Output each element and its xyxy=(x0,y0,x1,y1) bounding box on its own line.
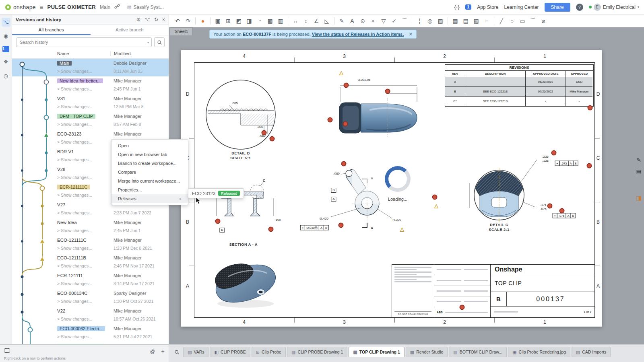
dimension-icon[interactable]: ↔ xyxy=(291,16,300,26)
doc-tab-vars[interactable]: ▤VARs xyxy=(183,347,208,357)
show-changes-link[interactable]: > Show changes... xyxy=(57,140,92,144)
search-input[interactable] xyxy=(19,39,147,45)
detail-view-icon[interactable]: ◔ xyxy=(255,16,264,26)
refresh-icon[interactable]: ↻ xyxy=(154,17,158,23)
tab-search-button[interactable] xyxy=(171,347,182,357)
show-changes-link[interactable]: > Show changes... xyxy=(57,263,92,268)
center-mark-icon[interactable]: ◎ xyxy=(425,16,435,26)
main-menu-icon[interactable]: ≡ xyxy=(40,4,43,10)
hatch-icon[interactable]: ▨ xyxy=(436,16,445,26)
sheet-tab[interactable]: Sheet1 xyxy=(170,27,193,35)
show-changes-link[interactable]: > Show changes... xyxy=(57,193,92,197)
follow-mode-icon[interactable]: ◉ xyxy=(2,32,10,41)
comment-icon[interactable] xyxy=(4,348,10,353)
doc-tab-clip-probe-rendering-jpg[interactable]: ▣Clip Probe Rendering.jpg xyxy=(508,347,570,357)
workspace-label[interactable]: Main xyxy=(100,4,110,10)
centerline-icon[interactable]: ¦ xyxy=(415,16,424,26)
version-row[interactable]: V31> Show changes...Mike Manager12:56 PM… xyxy=(12,94,169,112)
sketch-line-icon[interactable]: ╱ xyxy=(497,16,506,26)
comments-icon[interactable]: 1 xyxy=(2,46,9,52)
show-changes-link[interactable]: > Show changes... xyxy=(57,246,92,251)
section-view-icon[interactable]: ◨ xyxy=(244,16,254,26)
show-changes-link[interactable]: > Show changes... xyxy=(57,157,92,162)
search-button[interactable] xyxy=(154,37,165,47)
release-marker-icon[interactable] xyxy=(344,83,349,88)
measure-icon[interactable]: ⌀ xyxy=(539,16,548,26)
note-icon[interactable]: ✎ xyxy=(337,16,347,26)
add-tab-icon[interactable]: + xyxy=(161,348,165,354)
doc-tab-cad-imports[interactable]: ▤CAD Imports xyxy=(572,347,611,357)
display-options-icon[interactable]: ▤ xyxy=(635,167,643,175)
release-marker-icon[interactable] xyxy=(215,219,221,224)
angular-dimension-icon[interactable]: ∠ xyxy=(312,16,321,26)
custom-features-icon[interactable]: ❖ xyxy=(2,58,10,66)
context-menu-item-open-in-new-browser-tab[interactable]: Open in new browser tab xyxy=(111,150,188,159)
linked-document-tab[interactable]: ▤ Sassify Syst... xyxy=(124,3,167,11)
datum-icon[interactable]: ▽ xyxy=(379,16,388,26)
auxiliary-view-icon[interactable]: ◩ xyxy=(234,16,244,26)
doc-tab-render-studio[interactable]: ▦Render Studio xyxy=(406,347,448,357)
show-changes-link[interactable]: > Show changes... xyxy=(57,86,92,91)
sketch-arc-icon[interactable]: ⌒ xyxy=(528,16,538,26)
notification-badge[interactable]: 1 xyxy=(465,4,472,10)
text-icon[interactable]: A xyxy=(347,16,357,26)
release-marker-icon[interactable] xyxy=(268,227,274,232)
release-marker-icon[interactable] xyxy=(341,161,347,167)
doc-tab-clip-probe[interactable]: ◧CLIP PROBE xyxy=(210,347,250,357)
version-row[interactable]: ECO-000134C> Show changes...Sparky Desig… xyxy=(12,289,169,306)
user-menu[interactable]: E Emily Electrical ▾ xyxy=(589,4,639,11)
create-version-icon[interactable]: ⊕ xyxy=(136,17,140,23)
version-row[interactable]: New Idea> Show changes...Mike Manager2:4… xyxy=(12,218,169,236)
release-marker-icon[interactable] xyxy=(547,204,553,209)
context-menu-item-branch-to-create-workspace[interactable]: Branch to create workspace... xyxy=(111,159,188,168)
release-marker-icon[interactable] xyxy=(343,121,348,127)
show-changes-link[interactable]: > Show changes... xyxy=(57,317,92,321)
undo-icon[interactable]: ↶ xyxy=(173,16,182,26)
doc-tab-top-clip-drawing-1[interactable]: ▥TOP CLIP Drawing 1 xyxy=(349,347,404,357)
crop-view-icon[interactable]: ▩ xyxy=(265,16,275,26)
banner-releases-link[interactable]: View the status of Releases in Action it… xyxy=(312,32,404,37)
release-marker-icon[interactable] xyxy=(339,223,344,228)
tab-active-branch[interactable]: Active branch xyxy=(91,25,169,35)
broken-view-icon[interactable]: ▥ xyxy=(276,16,285,26)
mention-icon[interactable]: @ xyxy=(150,349,155,354)
surface-finish-icon[interactable]: ✓ xyxy=(389,16,399,26)
show-changes-link[interactable]: > Show changes... xyxy=(57,175,92,180)
release-marker-icon[interactable] xyxy=(432,195,438,200)
versions-panel-icon[interactable]: ⌥ xyxy=(2,18,10,27)
context-menu-item-releases[interactable]: Releases▸ xyxy=(111,194,188,203)
release-marker-icon[interactable]: ● xyxy=(198,16,208,26)
show-changes-link[interactable]: > Show changes... xyxy=(57,104,92,109)
create-branch-icon[interactable]: ⌥ xyxy=(144,17,150,23)
chamfer-dimension-icon[interactable]: ◺ xyxy=(322,16,332,26)
release-marker-icon[interactable] xyxy=(262,130,267,136)
release-marker-icon[interactable] xyxy=(385,89,390,94)
sketch-rectangle-icon[interactable]: ▭ xyxy=(518,16,527,26)
context-menu-item-compare[interactable]: Compare xyxy=(111,168,188,177)
bom-table-icon[interactable]: ≡ xyxy=(482,16,491,26)
appearance-icon[interactable]: ◨ xyxy=(635,194,643,202)
weld-symbol-icon[interactable]: ⌒ xyxy=(400,16,409,26)
history-icon[interactable]: ◷ xyxy=(2,72,10,80)
context-menu-item-merge-into-current-workspace[interactable]: Merge into current workspace... xyxy=(111,177,188,185)
hole-table-icon[interactable]: ▤ xyxy=(461,16,471,26)
show-changes-link[interactable]: > Show changes... xyxy=(57,334,92,339)
link-icon[interactable] xyxy=(114,4,120,10)
version-row[interactable]: New Idea for better...> Show changes...M… xyxy=(12,76,169,94)
version-row[interactable]: ECO-121111C> Show changes...Mike Manager… xyxy=(12,236,169,253)
show-changes-link[interactable]: > Show changes... xyxy=(57,69,92,74)
release-marker-icon[interactable] xyxy=(551,150,557,156)
release-marker-icon[interactable] xyxy=(587,163,592,169)
banner-close-icon[interactable]: ✕ xyxy=(409,31,413,37)
projected-view-icon[interactable]: ⊞ xyxy=(223,16,233,26)
context-menu-item-properties[interactable]: Properties... xyxy=(111,185,188,194)
version-row[interactable]: ECO-000062 Electri...> Show changes...Mi… xyxy=(12,324,169,342)
release-marker-icon[interactable] xyxy=(328,117,333,123)
redo-icon[interactable]: ↷ xyxy=(183,16,193,26)
show-changes-link[interactable]: > Show changes... xyxy=(57,299,92,304)
help-icon[interactable]: ? xyxy=(576,4,583,11)
version-row[interactable]: ECO-121111B> Show changes...Mike Manager… xyxy=(12,253,169,271)
featurescript-icon[interactable]: {·} xyxy=(454,4,460,10)
show-changes-link[interactable]: > Show changes... xyxy=(57,228,92,233)
search-filter-caret-icon[interactable]: ▾ xyxy=(147,41,149,44)
